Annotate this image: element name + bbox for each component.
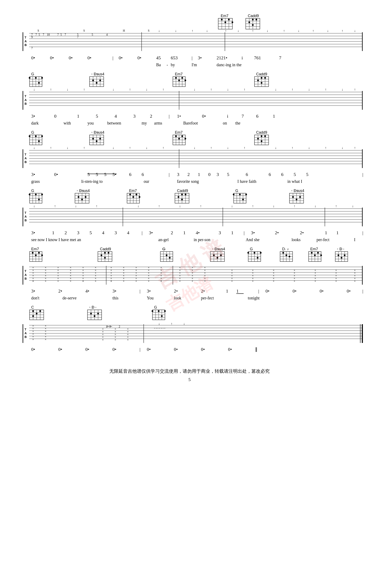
svg-text:×: × xyxy=(294,280,295,283)
svg-text:our: our xyxy=(144,179,149,184)
svg-text:3•: 3• xyxy=(31,172,35,177)
svg-text:1•: 1• xyxy=(177,113,181,119)
page-number: 5 xyxy=(189,377,191,382)
svg-text:↓: ↓ xyxy=(183,322,185,325)
svg-point-118 xyxy=(185,79,186,81)
svg-text:2: 2 xyxy=(188,172,190,177)
svg-text:3: 3 xyxy=(133,113,136,119)
svg-text:↑: ↑ xyxy=(96,204,97,208)
svg-text:7: 7 xyxy=(43,33,44,36)
svg-text:A: A xyxy=(25,331,27,335)
svg-text:I'm: I'm xyxy=(191,62,197,67)
svg-point-456 xyxy=(169,257,171,259)
svg-text:arms: arms xyxy=(154,121,162,125)
svg-text:↑: ↑ xyxy=(325,88,327,91)
svg-text:1: 1 xyxy=(52,230,54,235)
svg-text:↓: ↓ xyxy=(237,29,239,32)
svg-text:5: 5 xyxy=(104,172,106,177)
svg-text:↓: ↓ xyxy=(175,29,177,32)
svg-text:↓: ↓ xyxy=(352,204,354,208)
svg-text:5: 5 xyxy=(90,230,92,235)
svg-text:1: 1 xyxy=(336,230,339,235)
svg-point-505 xyxy=(317,252,319,254)
svg-text:↓: ↓ xyxy=(267,29,268,32)
svg-text:↑: ↑ xyxy=(354,146,356,150)
svg-text:3: 3 xyxy=(219,230,221,235)
svg-point-321 xyxy=(129,194,131,195)
svg-point-94 xyxy=(38,82,40,84)
svg-text:↓: ↓ xyxy=(33,204,35,208)
svg-text:|: | xyxy=(140,288,140,294)
svg-point-469 xyxy=(220,254,222,256)
svg-text:And she: And she xyxy=(246,237,259,242)
score-svg: text { font-family: 'Times New Roman', s… xyxy=(13,8,366,550)
chord-g-label-3: G xyxy=(31,130,34,135)
svg-point-443 xyxy=(101,254,102,256)
svg-text:0•: 0• xyxy=(137,55,142,60)
svg-text:Cadd9: Cadd9 xyxy=(177,189,188,193)
svg-text:B: B xyxy=(25,335,27,339)
svg-point-441 xyxy=(104,252,106,254)
svg-text:×: × xyxy=(160,280,162,283)
svg-text:↓: ↓ xyxy=(179,204,181,208)
svg-text:↓: ↓ xyxy=(327,29,329,32)
svg-text:×: × xyxy=(135,280,137,283)
svg-text:S: S xyxy=(148,29,150,32)
svg-point-227 xyxy=(257,138,259,139)
svg-text:0•: 0• xyxy=(50,55,54,60)
svg-text:between: between xyxy=(107,121,121,125)
chord-cadd9-label-2: Cadd9 xyxy=(256,72,267,76)
svg-point-706 xyxy=(97,313,99,314)
svg-text:×: × xyxy=(32,338,34,341)
svg-text:7: 7 xyxy=(279,55,281,60)
chord-cadd9-label-1: Cadd9 xyxy=(248,14,259,18)
svg-point-310 xyxy=(78,196,79,198)
svg-text:×: × xyxy=(335,280,337,283)
svg-text:with: with xyxy=(63,121,71,125)
svg-text:S: S xyxy=(83,29,85,32)
svg-point-430 xyxy=(38,252,40,254)
svg-text:↑: ↑ xyxy=(225,29,227,32)
svg-point-297 xyxy=(41,194,43,195)
svg-text:7: 7 xyxy=(35,33,37,36)
svg-text:0•: 0• xyxy=(266,288,269,294)
svg-point-9 xyxy=(224,21,226,23)
svg-text:my: my xyxy=(142,121,147,125)
svg-text:|: | xyxy=(258,288,259,294)
svg-text:↑: ↑ xyxy=(312,29,314,32)
svg-point-7 xyxy=(221,19,223,20)
svg-text:↓: ↓ xyxy=(231,204,233,208)
svg-text:T: T xyxy=(25,269,26,273)
svg-text:↓: ↓ xyxy=(137,204,139,208)
svg-text:↑: ↑ xyxy=(342,29,343,32)
svg-point-432 xyxy=(41,254,43,256)
svg-point-190 xyxy=(29,135,31,137)
svg-text:↓: ↓ xyxy=(67,88,68,91)
svg-text:↑: ↑ xyxy=(191,29,193,32)
svg-point-507 xyxy=(320,254,322,256)
svg-point-295 xyxy=(29,194,31,195)
chord-cadd9-label-3: Cadd9 xyxy=(256,130,267,135)
svg-text:↑: ↑ xyxy=(325,146,327,150)
svg-point-10 xyxy=(232,21,233,23)
svg-text:|: | xyxy=(362,172,363,177)
svg-text:don't: don't xyxy=(31,296,40,300)
svg-point-718 xyxy=(164,310,166,312)
svg-text:↓: ↓ xyxy=(308,146,310,150)
svg-text:×: × xyxy=(252,280,254,283)
svg-point-311 xyxy=(85,196,86,198)
svg-text:×: × xyxy=(127,338,129,341)
svg-text:1: 1 xyxy=(198,172,200,177)
svg-point-506 xyxy=(314,254,316,256)
svg-point-480 xyxy=(254,252,255,254)
svg-text:2•: 2• xyxy=(174,288,178,294)
svg-text:|: | xyxy=(142,230,142,235)
svg-text:0•: 0• xyxy=(69,55,73,60)
svg-text:↓: ↓ xyxy=(112,88,114,91)
svg-text:×: × xyxy=(57,280,59,283)
svg-text:5: 5 xyxy=(87,172,90,177)
svg-text:3•: 3• xyxy=(251,230,255,235)
svg-text:on: on xyxy=(223,121,227,125)
svg-point-719 xyxy=(161,315,163,317)
svg-text:↑: ↑ xyxy=(210,88,212,91)
